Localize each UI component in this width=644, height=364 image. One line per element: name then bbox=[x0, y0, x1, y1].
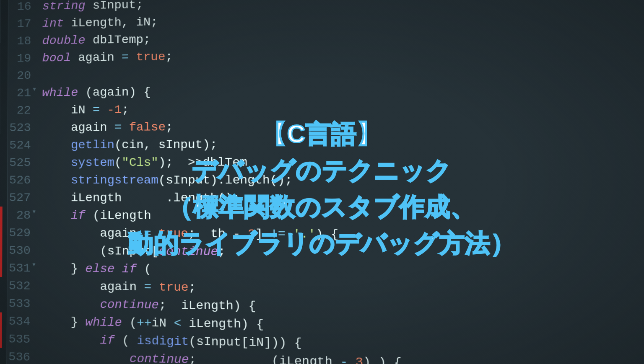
line-number: 18 bbox=[8, 32, 31, 50]
code-line: again = false; bbox=[42, 116, 644, 137]
line-number: 527 bbox=[8, 189, 31, 207]
fold-arrow-icon[interactable]: ▾ bbox=[31, 207, 37, 216]
code-editor: 16 17 18 19 20 21 22 523 524 525 526 527… bbox=[0, 0, 644, 364]
line-number-gutter: 16 17 18 19 20 21 22 523 524 525 526 527… bbox=[7, 0, 39, 364]
line-number: 20 bbox=[8, 67, 31, 85]
gutter-marker-red bbox=[0, 312, 2, 348]
line-number: 28 bbox=[8, 207, 31, 224]
line-number: 525 bbox=[8, 154, 31, 172]
code-line: if (iLength bbox=[42, 207, 644, 227]
line-number: 523 bbox=[8, 119, 31, 137]
line-number: 533 bbox=[7, 295, 31, 313]
code-line: iLength .length(); bbox=[42, 189, 644, 208]
line-number: 535 bbox=[7, 330, 31, 348]
code-line: getlin(cin, sInput); bbox=[42, 134, 644, 154]
line-number: 526 bbox=[8, 171, 31, 189]
fold-arrow-icon[interactable]: ▾ bbox=[31, 260, 37, 269]
line-number: 529 bbox=[8, 224, 31, 242]
code-line: system("Cls"); >>dblTem bbox=[42, 152, 644, 172]
line-number: 536 bbox=[7, 348, 30, 364]
code-area[interactable]: string sInput; int iLength, iN; double d… bbox=[38, 0, 644, 364]
line-number: 21 bbox=[8, 84, 31, 102]
line-number: 19 bbox=[8, 50, 31, 67]
line-number: 532 bbox=[7, 277, 31, 295]
line-number: 524 bbox=[8, 137, 31, 154]
gutter-marker-red bbox=[0, 207, 3, 277]
code-line: stringstream(sInput).length(); bbox=[42, 171, 644, 189]
line-number: 531 bbox=[7, 259, 30, 277]
line-number: 534 bbox=[7, 312, 31, 330]
line-number: 17 bbox=[8, 15, 31, 33]
line-number: 530 bbox=[8, 242, 31, 259]
line-number: 16 bbox=[8, 0, 31, 15]
fold-arrow-icon[interactable]: ▾ bbox=[31, 84, 38, 93]
line-number: 22 bbox=[8, 102, 31, 119]
